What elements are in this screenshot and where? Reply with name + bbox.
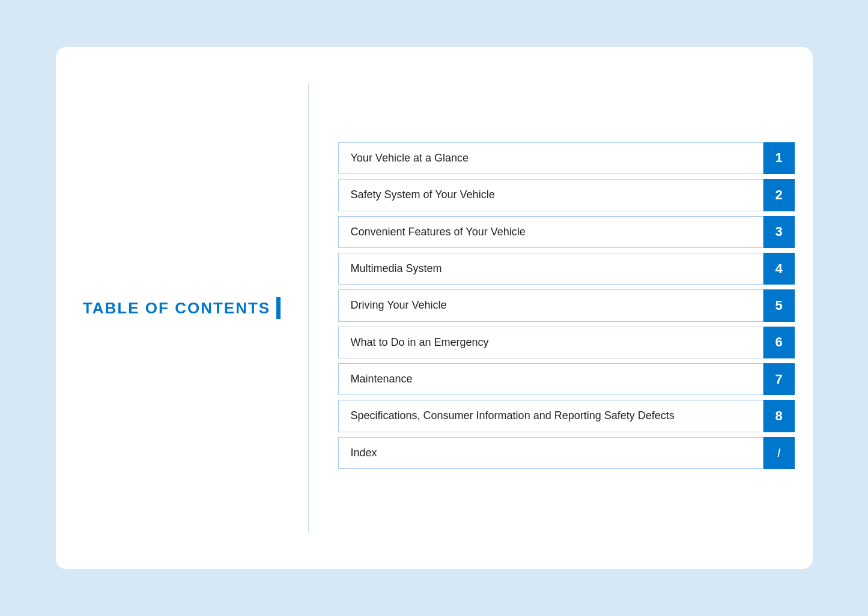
- left-panel: TABLE OF CONTENTS: [56, 47, 308, 569]
- right-panel: Your Vehicle at a Glance 1 Safety System…: [308, 47, 813, 569]
- toc-item-number-7: 7: [763, 363, 795, 395]
- toc-title-wrapper: TABLE OF CONTENTS: [83, 297, 281, 319]
- toc-item-8[interactable]: Specifications, Consumer Information and…: [338, 400, 795, 432]
- toc-bar-decoration: [276, 297, 281, 319]
- toc-item-text-6: What to Do in an Emergency: [338, 327, 763, 358]
- toc-item-3[interactable]: Convenient Features of Your Vehicle 3: [338, 216, 795, 248]
- toc-item-index[interactable]: Index I: [338, 437, 795, 469]
- toc-item-text-index: Index: [338, 437, 763, 469]
- toc-item-number-2: 2: [763, 179, 795, 211]
- toc-item-5[interactable]: Driving Your Vehicle 5: [338, 289, 795, 321]
- toc-item-number-5: 5: [763, 289, 795, 321]
- toc-item-4[interactable]: Multimedia System 4: [338, 253, 795, 285]
- toc-item-2[interactable]: Safety System of Your Vehicle 2: [338, 179, 795, 211]
- page-container: TABLE OF CONTENTS Your Vehicle at a Glan…: [56, 47, 813, 569]
- toc-item-text-7: Maintenance: [338, 363, 763, 395]
- toc-item-number-1: 1: [763, 142, 795, 174]
- toc-item-text-3: Convenient Features of Your Vehicle: [338, 216, 763, 248]
- toc-item-1[interactable]: Your Vehicle at a Glance 1: [338, 142, 795, 174]
- toc-item-text-2: Safety System of Your Vehicle: [338, 179, 763, 211]
- toc-item-text-4: Multimedia System: [338, 253, 763, 285]
- toc-item-7[interactable]: Maintenance 7: [338, 363, 795, 395]
- toc-item-number-index: I: [763, 437, 795, 469]
- divider-line: [308, 83, 309, 533]
- toc-title: TABLE OF CONTENTS: [83, 299, 270, 318]
- toc-item-number-3: 3: [763, 216, 795, 248]
- toc-item-number-4: 4: [763, 253, 795, 285]
- toc-item-text-1: Your Vehicle at a Glance: [338, 142, 763, 174]
- toc-item-number-6: 6: [763, 327, 795, 358]
- toc-item-text-8: Specifications, Consumer Information and…: [338, 400, 763, 432]
- toc-item-6[interactable]: What to Do in an Emergency 6: [338, 327, 795, 358]
- toc-item-text-5: Driving Your Vehicle: [338, 289, 763, 321]
- toc-item-number-8: 8: [763, 400, 795, 432]
